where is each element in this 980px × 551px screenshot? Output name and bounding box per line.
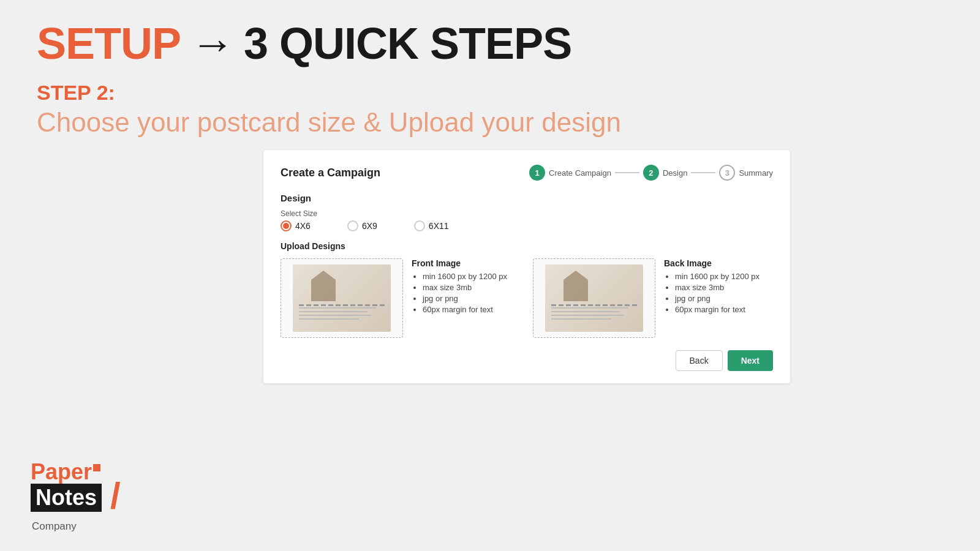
step-line-2 [691, 172, 715, 173]
logo-notes-box: Notes [31, 484, 102, 512]
campaign-panel: Create a Campaign 1 Create Campaign 2 De… [263, 150, 790, 383]
front-postcard-preview [293, 264, 391, 332]
size-options-row: 4X6 6X9 6X11 [281, 220, 773, 231]
size-select-group: Select Size 4X6 6X9 6X11 [281, 209, 773, 231]
radio-4x6[interactable] [281, 220, 292, 231]
back-button[interactable]: Back [676, 350, 723, 371]
step1-number: 1 [535, 168, 539, 178]
step-label: STEP 2: [0, 75, 980, 105]
step2-label: Design [663, 168, 687, 178]
front-rule-1: min 1600 px by 1200 px [423, 272, 521, 281]
radio-6x9[interactable] [347, 220, 358, 231]
step-subtitle: Choose your postcard size & Upload your … [0, 105, 980, 150]
front-upload-pair: Front Image min 1600 px by 1200 px max s… [281, 258, 521, 338]
back-postcard-preview [545, 264, 643, 332]
front-rule-2: max size 3mb [423, 283, 521, 292]
stepper: 1 Create Campaign 2 Design 3 Summary [529, 165, 773, 181]
panel-title: Create a Campaign [281, 167, 380, 179]
step3-label: Summary [739, 168, 773, 178]
front-rule-4: 60px margin for text [423, 305, 521, 314]
logo-paper-text: Paper [31, 459, 100, 485]
title-arrow: → [190, 18, 234, 69]
step2-number: 2 [649, 168, 653, 178]
step3-number: 3 [725, 168, 729, 178]
logo-slash: / [110, 478, 121, 514]
postcard-front-lines [299, 307, 385, 322]
back-rule-1: min 1600 px by 1200 px [675, 272, 773, 281]
back-rule-3: jpg or png [675, 294, 773, 303]
upload-row: Front Image min 1600 px by 1200 px max s… [281, 258, 773, 338]
size-6x11-label: 6X11 [429, 221, 449, 231]
back-rule-4: 60px margin for text [675, 305, 773, 314]
front-upload-card[interactable] [281, 258, 403, 338]
step1-circle: 1 [529, 165, 545, 181]
main-title: SETUP → 3 QUICK STEPS [0, 0, 980, 75]
front-rule-3: jpg or png [423, 294, 521, 303]
radio-6x11[interactable] [414, 220, 425, 231]
size-4x6-label: 4X6 [295, 221, 311, 231]
step-line-1 [615, 172, 639, 173]
step2-circle: 2 [643, 165, 659, 181]
size-option-6x9[interactable]: 6X9 [347, 220, 377, 231]
button-row: Back Next [281, 350, 773, 371]
logo-box: Paper Notes / Company [31, 459, 141, 533]
size-6x9-label: 6X9 [362, 221, 377, 231]
panel-header: Create a Campaign 1 Create Campaign 2 De… [281, 165, 773, 181]
back-upload-card[interactable] [533, 258, 655, 338]
next-button[interactable]: Next [728, 350, 773, 371]
step3-circle: 3 [719, 165, 735, 181]
back-image-info: Back Image min 1600 px by 1200 px max si… [664, 258, 773, 316]
back-image-rules: min 1600 px by 1200 px max size 3mb jpg … [664, 272, 773, 314]
back-rule-2: max size 3mb [675, 283, 773, 292]
radio-4x6-inner [283, 223, 289, 229]
logo-company-text: Company [32, 520, 77, 533]
logo-notes-text: Notes [36, 485, 97, 510]
postcard-back-lines [551, 307, 637, 322]
front-image-info: Front Image min 1600 px by 1200 px max s… [412, 258, 521, 316]
front-image-title: Front Image [412, 258, 521, 268]
logo: Paper Notes / Company [31, 459, 141, 533]
front-image-rules: min 1600 px by 1200 px max size 3mb jpg … [412, 272, 521, 314]
step1-label: Create Campaign [549, 168, 611, 178]
size-option-6x11[interactable]: 6X11 [414, 220, 449, 231]
back-upload-pair: Back Image min 1600 px by 1200 px max si… [533, 258, 773, 338]
design-section-label: Design [281, 193, 773, 203]
upload-designs-label: Upload Designs [281, 241, 773, 251]
size-option-4x6[interactable]: 4X6 [281, 220, 311, 231]
select-size-label: Select Size [281, 209, 773, 218]
title-setup: SETUP [37, 18, 181, 69]
title-steps: 3 QUICK STEPS [244, 18, 571, 69]
back-image-title: Back Image [664, 258, 773, 268]
